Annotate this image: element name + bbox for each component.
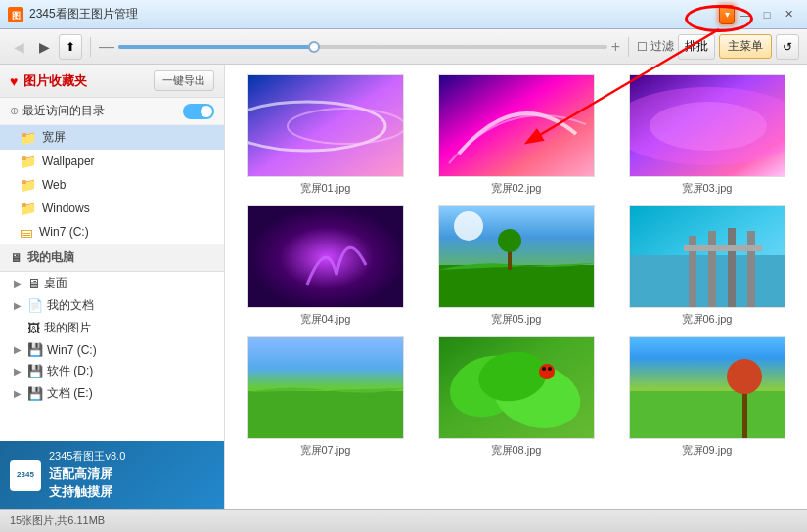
zoom-slider-fill bbox=[118, 45, 314, 49]
sort-label: 排批 bbox=[685, 38, 708, 55]
my-computer-label: 我的电脑 bbox=[27, 249, 74, 266]
folder-icon-web: 📁 bbox=[20, 177, 36, 193]
image-item-4[interactable]: 宽屏04.jpg bbox=[235, 205, 416, 327]
tree-d-drive[interactable]: ▶ 💾 软件 (D:) bbox=[0, 360, 224, 382]
filter-check-icon: ☐ bbox=[637, 40, 648, 54]
image-thumb-5 bbox=[438, 205, 595, 308]
image-item-7[interactable]: 宽屏07.jpg bbox=[235, 336, 416, 458]
statusbar: 15张图片,共6.11MB bbox=[0, 509, 807, 532]
expand-desktop-icon: ▶ bbox=[14, 278, 23, 288]
image-label-4: 宽屏04.jpg bbox=[300, 312, 351, 327]
zoom-plus-btn[interactable]: + bbox=[611, 38, 620, 56]
dropdown-btn[interactable]: ▾ bbox=[719, 5, 735, 24]
rotate-btn[interactable]: ↺ bbox=[776, 34, 799, 60]
upload-btn[interactable]: ⬆ bbox=[59, 34, 82, 60]
minimize-btn[interactable]: — bbox=[735, 5, 756, 24]
tree-mypics[interactable]: 🖼 我的图片 bbox=[0, 317, 224, 339]
tree-desktop[interactable]: ▶ 🖥 桌面 bbox=[0, 272, 224, 294]
image-label-6: 宽屏06.jpg bbox=[682, 312, 733, 327]
d-drive-label: 软件 (D:) bbox=[47, 363, 93, 379]
tree-c-drive[interactable]: ▶ 💾 Win7 (C:) bbox=[0, 339, 224, 360]
svg-rect-23 bbox=[248, 391, 404, 439]
e-drive-icon: 💾 bbox=[27, 386, 43, 401]
favorites-label: 图片收藏夹 bbox=[23, 72, 87, 90]
svg-rect-19 bbox=[728, 228, 736, 308]
folder-icon-win7c: 🖴 bbox=[20, 224, 33, 240]
svg-rect-18 bbox=[708, 231, 716, 308]
ad-version: 2345看图王v8.0 bbox=[49, 449, 125, 464]
svg-point-28 bbox=[539, 364, 555, 379]
filter-checkbox[interactable]: ☐ 过滤 bbox=[637, 38, 674, 55]
zoom-slider-thumb[interactable] bbox=[308, 41, 320, 53]
svg-point-14 bbox=[498, 229, 521, 252]
image-item-5[interactable]: 宽屏05.jpg bbox=[426, 205, 606, 327]
computer-icon: 🖥 bbox=[10, 251, 22, 265]
image-thumb-8 bbox=[438, 336, 595, 439]
main-menu-btn[interactable]: 主菜单 bbox=[719, 34, 772, 59]
image-item-6[interactable]: 宽屏06.jpg bbox=[616, 205, 797, 327]
image-label-1: 宽屏01.jpg bbox=[300, 181, 351, 196]
image-item-8[interactable]: 宽屏08.jpg bbox=[426, 336, 606, 458]
back-btn[interactable]: ◀ bbox=[8, 36, 29, 58]
sidebar-item-windows[interactable]: 📁 Windows bbox=[0, 197, 224, 220]
image-thumb-3 bbox=[629, 74, 785, 177]
forward-btn[interactable]: ▶ bbox=[33, 36, 55, 58]
sidebar-item-wallpaper[interactable]: 📁 Wallpaper bbox=[0, 150, 224, 173]
sidebar: ♥ 图片收藏夹 一键导出 ⊕ 最近访问的目录 📁 宽屏 📁 bbox=[0, 65, 225, 509]
separator-1 bbox=[90, 37, 91, 57]
maximize-btn[interactable]: □ bbox=[756, 5, 778, 24]
status-info: 15张图片,共6.11MB bbox=[10, 513, 105, 528]
image-item-9[interactable]: 宽屏09.jpg bbox=[616, 336, 797, 458]
desktop-icon: 🖥 bbox=[27, 276, 40, 290]
main-layout: ♥ 图片收藏夹 一键导出 ⊕ 最近访问的目录 📁 宽屏 📁 bbox=[0, 65, 807, 509]
d-drive-icon: 💾 bbox=[27, 364, 43, 378]
c-drive-icon: 💾 bbox=[27, 342, 43, 357]
sort-btn[interactable]: 排批 bbox=[678, 34, 715, 60]
svg-point-29 bbox=[548, 367, 552, 371]
app-icon: 图 bbox=[8, 7, 23, 22]
filter-label: 过滤 bbox=[650, 38, 674, 55]
zoom-slider-track[interactable] bbox=[118, 45, 607, 49]
mydocs-label: 我的文档 bbox=[47, 297, 94, 314]
image-label-2: 宽屏02.jpg bbox=[491, 181, 542, 196]
tree-e-drive[interactable]: ▶ 💾 文档 (E:) bbox=[0, 382, 224, 405]
image-thumb-4 bbox=[247, 205, 404, 308]
recent-icon: ⊕ bbox=[10, 105, 19, 117]
upload-icon: ⬆ bbox=[66, 40, 75, 54]
sidebar-item-kuanping[interactable]: 📁 宽屏 bbox=[0, 125, 224, 150]
app-title: 2345看图王图片管理 bbox=[29, 6, 719, 22]
image-item-3[interactable]: 宽屏03.jpg bbox=[616, 74, 797, 196]
recent-label: 最近访问的目录 bbox=[22, 103, 105, 119]
image-thumb-9 bbox=[629, 336, 785, 439]
svg-rect-16 bbox=[630, 255, 785, 308]
image-label-7: 宽屏07.jpg bbox=[300, 443, 351, 458]
rotate-icon: ↺ bbox=[783, 40, 792, 54]
ad-logo: 2345 bbox=[10, 460, 41, 491]
image-item-2[interactable]: 宽屏02.jpg bbox=[426, 74, 606, 196]
folder-icon-kuanping: 📁 bbox=[20, 130, 36, 146]
expand-mydocs-icon: ▶ bbox=[14, 300, 23, 311]
recent-toggle[interactable] bbox=[183, 104, 214, 119]
sidebar-item-win7c[interactable]: 🖴 Win7 (C:) bbox=[0, 220, 224, 244]
ad-line1: 适配高清屏 bbox=[49, 466, 125, 483]
sidebar-item-label-win7c: Win7 (C:) bbox=[39, 225, 89, 239]
sidebar-item-label-wallpaper: Wallpaper bbox=[42, 155, 95, 168]
image-label-9: 宽屏09.jpg bbox=[682, 443, 733, 458]
zoom-minus-btn[interactable]: — bbox=[99, 38, 114, 56]
svg-rect-2 bbox=[248, 75, 404, 177]
image-thumb-1 bbox=[247, 74, 404, 177]
close-btn[interactable]: ✕ bbox=[778, 5, 799, 24]
ad-banner: 2345 2345看图王v8.0 适配高清屏 支持触摸屏 bbox=[0, 441, 224, 509]
separator-2 bbox=[628, 37, 629, 57]
tree-mydocs[interactable]: ▶ 📄 我的文档 bbox=[0, 294, 224, 317]
recent-section-header: ⊕ 最近访问的目录 bbox=[0, 98, 224, 125]
svg-text:图: 图 bbox=[12, 11, 21, 21]
export-btn[interactable]: 一键导出 bbox=[154, 70, 214, 91]
sidebar-item-web[interactable]: 📁 Web bbox=[0, 173, 224, 197]
toggle-knob bbox=[201, 106, 212, 117]
svg-rect-11 bbox=[439, 265, 595, 308]
folder-icon-windows: 📁 bbox=[20, 200, 36, 216]
toolbar: ◀ ▶ ⬆ — + ☐ 过滤 排批 主菜单 ↺ bbox=[0, 29, 807, 65]
image-item-1[interactable]: 宽屏01.jpg bbox=[235, 74, 416, 196]
svg-rect-32 bbox=[630, 391, 785, 439]
